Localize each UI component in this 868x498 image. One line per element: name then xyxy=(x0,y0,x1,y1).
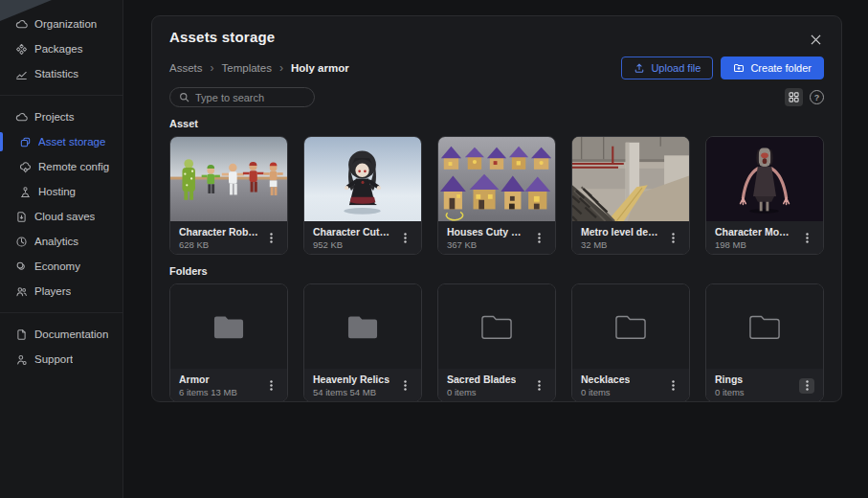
sidebar-divider xyxy=(0,95,122,96)
sidebar-item-players[interactable]: Players xyxy=(0,279,122,304)
search-icon xyxy=(179,92,189,102)
breadcrumb: Assets › Templates › Holy armor xyxy=(169,61,349,75)
sidebar-item-label: Cloud saves xyxy=(34,211,95,222)
sidebar-item-economy[interactable]: Economy xyxy=(0,254,122,279)
sidebar-item-label: Organization xyxy=(34,18,97,30)
upload-file-label: Upload file xyxy=(651,62,701,74)
breadcrumb-templates[interactable]: Templates xyxy=(222,62,272,74)
players-icon xyxy=(15,285,28,298)
grid-view-toggle[interactable] xyxy=(785,88,803,106)
folder-meta: 0 items xyxy=(581,387,630,397)
folder-meta: 54 items 54 MB xyxy=(313,387,389,397)
asset-menu-icon[interactable] xyxy=(531,231,546,246)
folder-name: Sacred Blades xyxy=(447,374,516,385)
folder-card-armor[interactable]: Armor 6 items 13 MB xyxy=(169,283,288,402)
asset-size: 628 KB xyxy=(179,239,259,250)
upload-file-button[interactable]: Upload file xyxy=(621,57,713,79)
asset-card-houses-cuty-spooky[interactable]: Houses Cuty Spooky.zip 367 KB xyxy=(437,136,556,255)
sidebar-item-support[interactable]: Support xyxy=(0,347,122,372)
breadcrumb-assets[interactable]: Assets xyxy=(169,62,203,74)
grid-view-icon xyxy=(789,92,799,102)
folder-card-sacred-blades[interactable]: Sacred Blades 0 items xyxy=(437,283,556,402)
documentation-icon xyxy=(15,328,28,341)
sidebar-item-label: Remote config xyxy=(38,161,109,172)
thumbnail-houses-cuty-spooky xyxy=(438,137,555,221)
folder-card-heavenly-relics[interactable]: Heavenly Relics 54 items 54 MB xyxy=(303,283,422,402)
folder-icon xyxy=(345,311,381,342)
sidebar-item-remote-config[interactable]: Remote config xyxy=(0,154,122,179)
packages-icon xyxy=(15,43,28,56)
asset-name: Character Cute Spooky.zip xyxy=(313,226,393,238)
statistics-icon xyxy=(15,68,28,80)
asset-menu-icon[interactable] xyxy=(263,231,278,246)
asset-card-character-monsters[interactable]: Character Monsters.zip 198 MB xyxy=(705,136,824,255)
projects-icon xyxy=(15,111,28,124)
sidebar-item-statistics[interactable]: Statistics xyxy=(0,61,122,86)
folder-name: Heavenly Relics xyxy=(313,374,389,385)
folder-card-necklaces[interactable]: Necklaces 0 items xyxy=(571,283,690,402)
cloud-saves-icon xyxy=(15,211,28,223)
sidebar-item-label: Statistics xyxy=(34,68,78,79)
asset-name: Metro level design.zip xyxy=(581,226,661,238)
page-title: Assets storage xyxy=(169,29,275,45)
asset-size: 367 KB xyxy=(447,239,527,250)
assets-section-label: Asset xyxy=(169,118,824,129)
asset-card-character-cute-spooky[interactable]: Character Cute Spooky.zip 952 KB xyxy=(303,136,422,255)
sidebar-item-label: Analytics xyxy=(34,236,78,247)
search-box[interactable] xyxy=(169,87,315,107)
breadcrumb-current: Holy armor xyxy=(291,62,349,74)
folders-grid: Armor 6 items 13 MB Heavenly Relics 54 i… xyxy=(169,283,824,402)
sidebar-item-cloud-saves[interactable]: Cloud saves xyxy=(0,204,122,229)
sidebar-item-packages[interactable]: Packages xyxy=(0,36,122,61)
folders-section-label: Folders xyxy=(169,265,824,277)
close-icon[interactable] xyxy=(807,31,824,48)
organization-icon xyxy=(15,18,28,31)
support-icon xyxy=(15,353,28,366)
folder-menu-icon[interactable] xyxy=(665,378,680,394)
sidebar-item-label: Projects xyxy=(34,111,75,123)
thumbnail-metro-level-design xyxy=(572,137,689,221)
folder-menu-icon[interactable] xyxy=(263,378,278,394)
sidebar-item-asset-storage[interactable]: Asset storage xyxy=(0,129,122,154)
asset-card-character-roblox[interactable]: Character Roblox.zip 628 KB xyxy=(169,136,288,255)
folder-plus-icon xyxy=(733,62,745,74)
asset-size: 32 MB xyxy=(581,239,661,250)
sidebar-item-documentation[interactable]: Documentation xyxy=(0,322,122,347)
economy-icon xyxy=(15,260,28,273)
folder-name: Rings xyxy=(715,374,745,385)
asset-name: Character Roblox.zip xyxy=(179,226,259,238)
sidebar-item-organization[interactable]: Organization xyxy=(0,11,122,36)
analytics-icon xyxy=(15,236,28,248)
sidebar-item-label: Hosting xyxy=(38,186,76,197)
remote-config-icon xyxy=(19,161,32,173)
sidebar-divider xyxy=(0,312,122,313)
sidebar-item-analytics[interactable]: Analytics xyxy=(0,229,122,254)
asset-menu-icon[interactable] xyxy=(397,231,412,246)
asset-menu-icon[interactable] xyxy=(799,231,814,246)
active-indicator xyxy=(0,132,3,151)
folder-name: Necklaces xyxy=(581,374,630,385)
sidebar-item-hosting[interactable]: Hosting xyxy=(0,179,122,204)
breadcrumb-separator: › xyxy=(279,61,283,75)
asset-name: Houses Cuty Spooky.zip xyxy=(447,226,527,238)
folder-icon xyxy=(211,311,247,342)
sidebar: Organization Packages Statistics Project… xyxy=(0,0,123,498)
folder-empty-icon xyxy=(746,311,783,342)
thumbnail-character-monsters xyxy=(706,137,823,221)
search-input[interactable] xyxy=(195,92,300,103)
assets-storage-modal: Assets storage Assets › Templates › Holy… xyxy=(151,15,842,402)
folder-empty-icon xyxy=(612,311,649,342)
folder-menu-icon[interactable] xyxy=(531,378,546,394)
hosting-icon xyxy=(19,186,32,198)
folder-meta: 0 items xyxy=(715,387,745,397)
folder-card-rings[interactable]: Rings 0 items xyxy=(705,283,824,402)
sidebar-item-label: Documentation xyxy=(34,328,108,340)
sidebar-item-projects[interactable]: Projects xyxy=(0,104,122,129)
asset-card-metro-level-design[interactable]: Metro level design.zip 32 MB xyxy=(571,136,690,255)
folder-menu-icon[interactable] xyxy=(397,378,412,394)
create-folder-button[interactable]: Create folder xyxy=(721,57,824,79)
sidebar-item-label: Packages xyxy=(34,43,83,55)
folder-menu-icon[interactable] xyxy=(799,378,814,394)
asset-menu-icon[interactable] xyxy=(665,231,680,246)
help-icon[interactable]: ? xyxy=(810,90,824,104)
